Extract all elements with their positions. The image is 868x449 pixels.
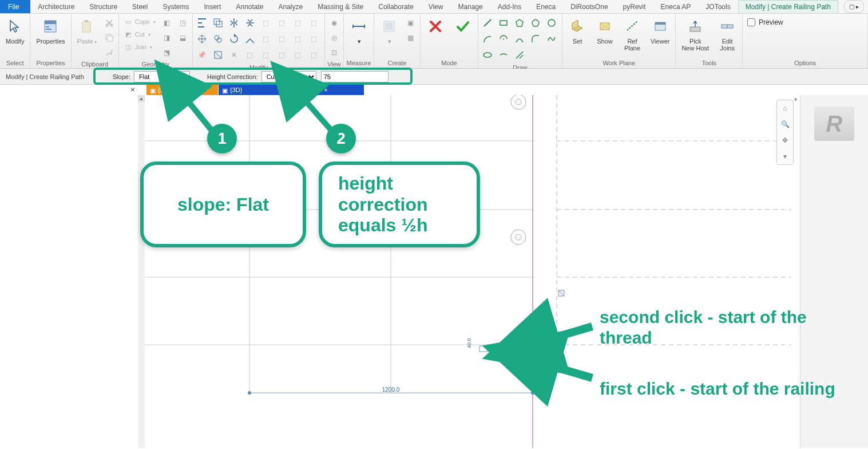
tab-annotate[interactable]: Annotate [228,0,271,13]
tab-pyrevit[interactable]: pyRevit [616,0,653,13]
preview-checkbox-input[interactable] [747,18,755,26]
properties-button[interactable]: Properties [33,16,68,46]
polygon-inscribed-icon[interactable] [513,16,526,30]
rotate-icon[interactable] [227,32,241,46]
tab-manage[interactable]: Manage [450,0,490,13]
zoom-icon[interactable]: 🔍 [779,119,791,130]
tab-eneca-ap[interactable]: Eneca AP [653,0,699,13]
mirror-axis-icon[interactable] [227,16,241,30]
mirror-pick-icon[interactable] [243,16,257,30]
geom-icon-2[interactable]: ◨ [160,31,174,45]
viewer-button[interactable]: Viewer [647,16,673,46]
modify-button[interactable]: Modify [2,16,27,46]
pin-icon[interactable]: 📌 [195,48,209,62]
partial-ellipse-icon[interactable] [497,48,510,62]
tab-close-icon[interactable]: × [130,85,135,94]
offset-icon[interactable] [211,16,225,30]
pick-new-host-button[interactable]: Pick New Host [678,16,712,53]
copy-clip-icon[interactable] [102,31,116,45]
create-icon-1[interactable]: ▣ [404,16,418,30]
tab-dirootsone[interactable]: DiRootsOne [563,0,615,13]
view-tab-3d-2[interactable]: ▣{3D} [219,85,290,95]
tab-modify-context[interactable]: Modify | Create Railing Path [738,0,838,13]
mod-icon-g[interactable]: ⬚ [275,48,289,62]
height-correction-input[interactable] [321,71,389,82]
geom-icon-3[interactable]: ⬔ [160,46,174,60]
tab-architecture[interactable]: Architecture [30,0,82,13]
cut-geom-button[interactable]: ◩Cut ▾ [121,29,158,40]
close-tab-icon[interactable]: × [324,87,328,93]
file-menu[interactable]: File▾ [0,0,30,13]
matchtype-icon[interactable] [102,46,116,60]
copy-icon[interactable] [211,32,225,46]
tab-massing-site[interactable]: Massing & Site [310,0,371,13]
circle-icon[interactable] [545,16,558,30]
show-workplane-button[interactable]: Show [592,16,617,46]
arc-center-icon[interactable] [497,32,510,46]
delete-icon[interactable]: ✕ [227,48,241,62]
ellipse-icon[interactable] [481,48,494,62]
height-correction-select[interactable]: Custom [261,71,316,82]
vertical-scrollbar[interactable]: ▲ [138,95,145,448]
join-button[interactable]: ◫Join ▾ [121,41,158,53]
tab-analyze[interactable]: Analyze [271,0,311,13]
mod-icon-b[interactable]: ⬚ [275,32,289,46]
mod-icon-e[interactable]: ⬚ [243,48,257,62]
tab-systems[interactable]: Systems [155,0,196,13]
mod-icon-i[interactable]: ⬚ [307,48,321,62]
mod-icon-d[interactable]: ⬚ [307,32,321,46]
geom-icon-1[interactable]: ◧ [160,16,174,30]
cope-button[interactable]: ▭Cope ▾ [121,16,158,27]
extend-icon[interactable]: ⬚ [307,16,321,30]
tab-eneca[interactable]: Eneca [529,0,563,13]
line-icon[interactable] [481,16,494,30]
array-icon[interactable]: ⬚ [275,16,289,30]
set-workplane-button[interactable]: Set [565,16,590,46]
refplane-button[interactable]: Ref Plane [620,16,645,53]
mod-icon-h[interactable]: ⬚ [291,48,305,62]
geom-icon-4[interactable]: ◳ [176,16,190,30]
drawing-canvas[interactable]: 1200.0 40.0 [145,95,791,448]
split-icon[interactable]: ⬚ [259,16,273,30]
mod-icon-c[interactable]: ⬚ [291,32,305,46]
trim-icon[interactable]: ⬚ [291,16,305,30]
view-icon-1[interactable]: ◉ [327,16,341,30]
move-icon[interactable] [195,32,209,46]
arc-start-icon[interactable] [481,32,494,46]
tab-view[interactable]: View [421,0,451,13]
view-tab-lvl1[interactable]: ▦LVL-1× [291,85,364,95]
pan-icon[interactable]: ✥ [779,135,791,146]
edit-joins-button[interactable]: Edit Joins [715,16,740,53]
mod-icon-f[interactable]: ⬚ [259,48,273,62]
scale-icon[interactable] [211,48,225,62]
mod-icon-a[interactable]: ⬚ [259,32,273,46]
fillet-arc-icon[interactable] [529,32,542,46]
cancel-mode-button[interactable] [423,16,448,37]
cut-clip-icon[interactable] [102,16,116,30]
scroll-up-icon[interactable]: ▲ [138,95,145,102]
create-button[interactable]: ▾ [376,16,402,46]
tab-jotools[interactable]: JOTools [698,0,738,13]
geom-icon-5[interactable]: ⬓ [176,31,190,45]
arc-tangent-icon[interactable] [513,32,526,46]
tab-addins[interactable]: Add-Ins [490,0,529,13]
preview-checkbox[interactable]: Preview [745,16,786,29]
rect-icon[interactable] [497,16,510,30]
trim-corner-icon[interactable] [243,32,257,46]
tab-steel[interactable]: Steel [125,0,155,13]
measure-button[interactable]: ▾ [346,16,371,46]
nav-wheel[interactable]: ⌂ 🔍 ✥ ▾ [776,100,794,165]
view-tab-3d-active[interactable]: ▣{3D} [146,85,218,95]
pick-lines-icon[interactable] [513,48,526,62]
paste-button[interactable]: Paste▾ [74,16,100,46]
home-icon[interactable]: ⌂ [779,103,791,114]
view-icon-2[interactable]: ◎ [327,31,341,45]
view-mode-toggle[interactable]: ▾ [794,96,797,103]
expand-icon[interactable]: ▾ [779,151,791,162]
align-icon[interactable] [195,16,209,30]
slope-select[interactable]: Flat [134,71,190,82]
finish-mode-button[interactable] [450,16,475,37]
view-icon-3[interactable]: ⊡ [327,46,341,60]
spline-icon[interactable] [545,32,558,46]
tab-structure[interactable]: Structure [82,0,125,13]
